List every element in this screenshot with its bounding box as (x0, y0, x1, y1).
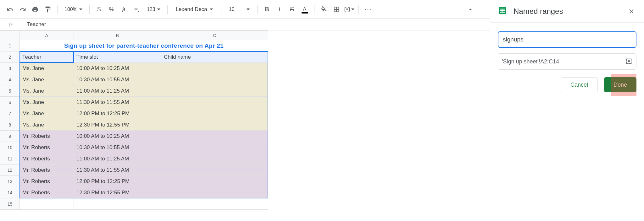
row-header-13[interactable]: 13 (0, 176, 20, 187)
undo-button[interactable] (4, 4, 16, 15)
zoom-select[interactable]: 100% (61, 7, 86, 12)
cell-c2[interactable]: Child name (161, 51, 268, 63)
row-header-6[interactable]: 6 (0, 97, 20, 108)
cell-c4[interactable] (161, 74, 268, 85)
cell-c5[interactable] (161, 85, 268, 97)
cell-c8[interactable] (161, 119, 268, 131)
svg-text:.0: .0 (122, 7, 125, 10)
cell-b7[interactable]: 12:00 PM to 12:25 PM (74, 108, 161, 119)
cell-b12[interactable]: 11:30 AM to 11:55 AM (74, 164, 161, 176)
merge-cells-button[interactable] (343, 4, 355, 15)
cell-c12[interactable] (161, 164, 268, 176)
cell-a5[interactable]: Ms. Jane (20, 85, 74, 97)
font-select[interactable]: Lexend Deca (171, 6, 217, 13)
cell-a15[interactable] (20, 198, 74, 210)
cell-b13[interactable]: 12:00 PM to 12:25 PM (74, 176, 161, 187)
more-tools-button[interactable]: ⋯ (363, 4, 374, 15)
cell-c14[interactable] (161, 187, 268, 198)
cell-a6[interactable]: Ms. Jane (20, 97, 74, 108)
cell-b9[interactable]: 10:00 AM to 10:25 AM (74, 131, 161, 142)
cell-c9[interactable] (161, 131, 268, 142)
percent-button[interactable]: % (106, 4, 117, 15)
cell-b8[interactable]: 12:30 PM to 12:55 PM (74, 119, 161, 131)
redo-button[interactable] (17, 4, 28, 15)
decrease-decimal-button[interactable]: .0 (119, 4, 130, 15)
row-header-14[interactable]: 14 (0, 187, 20, 198)
cell-c10[interactable] (161, 142, 268, 153)
column-header-b[interactable]: B (74, 31, 161, 40)
row-header-8[interactable]: 8 (0, 119, 20, 131)
cell-c3[interactable] (161, 63, 268, 74)
cell-c7[interactable] (161, 108, 268, 119)
row-header-1[interactable]: 1 (0, 40, 20, 51)
cell-c11[interactable] (161, 153, 268, 164)
borders-button[interactable] (331, 4, 342, 15)
cell-b10[interactable]: 10:30 AM to 10:55 AM (74, 142, 161, 153)
row-header-12[interactable]: 12 (0, 164, 20, 176)
cell-b3[interactable]: 10:00 AM to 10:25 AM (74, 63, 161, 74)
chevron-down-icon (157, 8, 160, 10)
cell-a2[interactable]: Teacher (20, 51, 74, 63)
cell-a7[interactable]: Ms. Jane (20, 108, 74, 119)
row-header-2[interactable]: 2 (0, 51, 20, 63)
cell-b11[interactable]: 11:00 AM to 11:25 AM (74, 153, 161, 164)
strikethrough-button[interactable]: S (286, 4, 298, 15)
row-header-7[interactable]: 7 (0, 108, 20, 119)
row-header-9[interactable]: 9 (0, 131, 20, 142)
cell-a13[interactable]: Mr. Roberts (20, 176, 74, 187)
cell-b2[interactable]: Time slot (74, 51, 161, 63)
formula-input[interactable]: Teacher (22, 21, 490, 28)
chevron-down-icon (210, 8, 213, 10)
select-all-corner[interactable] (0, 31, 20, 40)
done-button[interactable]: Done (604, 77, 636, 92)
cell-c15[interactable] (161, 198, 268, 210)
cell-a8[interactable]: Ms. Jane (20, 119, 74, 131)
fill-color-button[interactable] (318, 4, 330, 15)
cell-c6[interactable] (161, 97, 268, 108)
row-header-11[interactable]: 11 (0, 153, 20, 164)
italic-button[interactable]: I (274, 4, 285, 15)
cell-b5[interactable]: 11:00 AM to 11:25 AM (74, 85, 161, 97)
row-header-10[interactable]: 10 (0, 142, 20, 153)
column-header-c[interactable]: C (161, 31, 268, 40)
sheets-icon (498, 6, 507, 16)
print-button[interactable] (30, 4, 41, 15)
row-header-5[interactable]: 5 (0, 85, 20, 97)
range-reference-input[interactable]: 'Sign up sheet'!A2:C14 (498, 53, 636, 70)
cell-a9[interactable]: Mr. Roberts (20, 131, 74, 142)
close-sidebar-button[interactable] (626, 6, 636, 16)
select-range-icon[interactable] (625, 58, 632, 66)
spreadsheet-grid[interactable]: ABC1Sign up sheet for parent-teacher con… (0, 30, 490, 221)
toolbar: 100% $ % .0 .00 123 Lexend Deca 10 B I S… (0, 0, 490, 19)
row-header-4[interactable]: 4 (0, 74, 20, 85)
text-color-button[interactable]: A (299, 4, 310, 15)
column-header-a[interactable]: A (20, 31, 74, 40)
cell-b15[interactable] (74, 198, 161, 210)
formula-bar: fx Teacher (0, 19, 490, 30)
cell-b6[interactable]: 11:30 AM to 11:55 AM (74, 97, 161, 108)
cell-b14[interactable]: 12:30 PM to 12:55 PM (74, 187, 161, 198)
currency-button[interactable]: $ (93, 4, 105, 15)
increase-decimal-button[interactable]: .00 (131, 4, 142, 15)
cell-b4[interactable]: 10:30 AM to 10:55 AM (74, 74, 161, 85)
number-format-select[interactable]: 123 (144, 7, 164, 12)
cell-a14[interactable]: Mr. Roberts (20, 187, 74, 198)
range-name-input[interactable] (498, 31, 636, 48)
chevron-down-icon (79, 8, 82, 10)
sidebar-title: Named ranges (514, 7, 620, 16)
cell-a1[interactable]: Sign up sheet for parent-teacher confere… (20, 40, 268, 51)
cell-a11[interactable]: Mr. Roberts (20, 153, 74, 164)
row-header-3[interactable]: 3 (0, 63, 20, 74)
bold-button[interactable]: B (261, 4, 273, 15)
cell-c13[interactable] (161, 176, 268, 187)
paint-format-button[interactable] (42, 4, 53, 15)
font-size-select[interactable]: 10 (225, 7, 253, 12)
cancel-button[interactable]: Cancel (561, 77, 598, 92)
svg-rect-7 (628, 60, 630, 62)
row-header-15[interactable]: 15 (0, 198, 20, 210)
cell-a10[interactable]: Mr. Roberts (20, 142, 74, 153)
cell-a12[interactable]: Mr. Roberts (20, 164, 74, 176)
cell-a3[interactable]: Ms. Jane (20, 63, 74, 74)
cell-a4[interactable]: Ms. Jane (20, 74, 74, 85)
collapse-toolbar-button[interactable] (465, 4, 476, 15)
